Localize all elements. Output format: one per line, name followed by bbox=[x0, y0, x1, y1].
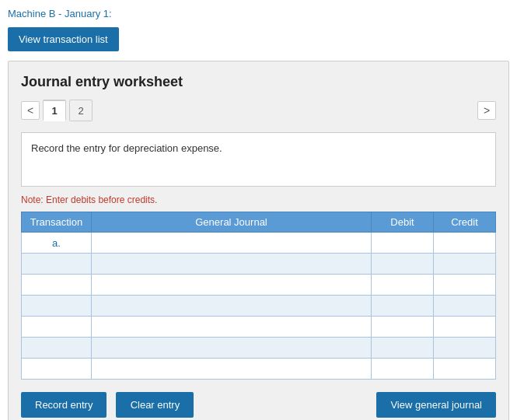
input-debit[interactable] bbox=[375, 234, 430, 251]
clear-entry-button[interactable]: Clear entry bbox=[116, 392, 194, 418]
cell-general-journal[interactable] bbox=[92, 254, 372, 275]
note-text: Note: Enter debits before credits. bbox=[21, 194, 496, 205]
input-general-journal[interactable] bbox=[95, 339, 368, 356]
input-general-journal[interactable] bbox=[95, 276, 368, 293]
cell-general-journal[interactable] bbox=[92, 275, 372, 296]
cell-transaction bbox=[22, 359, 92, 380]
th-debit: Debit bbox=[372, 212, 434, 233]
title-separator: - bbox=[55, 8, 65, 19]
input-general-journal[interactable] bbox=[95, 360, 368, 377]
title-date: January 1: bbox=[65, 8, 112, 19]
th-transaction: Transaction bbox=[22, 212, 92, 233]
cell-debit[interactable] bbox=[372, 359, 434, 380]
input-debit[interactable] bbox=[375, 255, 430, 272]
cell-credit[interactable] bbox=[434, 338, 496, 359]
cell-debit[interactable] bbox=[372, 275, 434, 296]
input-debit[interactable] bbox=[375, 318, 430, 335]
cell-general-journal[interactable] bbox=[92, 233, 372, 254]
tab-prev-button[interactable]: < bbox=[21, 101, 40, 120]
th-credit: Credit bbox=[434, 212, 496, 233]
worksheet-container: Journal entry worksheet < 1 2 > Record t… bbox=[8, 61, 509, 420]
tab-1-label: 1 bbox=[51, 105, 57, 117]
table-row bbox=[22, 317, 496, 338]
instruction-text: Record the entry for depreciation expens… bbox=[31, 142, 222, 154]
tab-2-button[interactable]: 2 bbox=[69, 100, 93, 121]
tab-2-label: 2 bbox=[78, 105, 83, 117]
cell-credit[interactable] bbox=[434, 233, 496, 254]
tabs-row: < 1 2 > bbox=[21, 100, 496, 121]
cell-general-journal[interactable] bbox=[92, 317, 372, 338]
input-general-journal[interactable] bbox=[95, 255, 368, 272]
page-title: Machine B - January 1: bbox=[8, 8, 509, 19]
record-entry-button[interactable]: Record entry bbox=[21, 392, 107, 418]
cell-transaction bbox=[22, 275, 92, 296]
table-row bbox=[22, 275, 496, 296]
cell-general-journal[interactable] bbox=[92, 296, 372, 317]
instruction-box: Record the entry for depreciation expens… bbox=[21, 132, 496, 187]
input-credit[interactable] bbox=[437, 339, 492, 356]
cell-transaction bbox=[22, 254, 92, 275]
cell-credit[interactable] bbox=[434, 359, 496, 380]
input-credit[interactable] bbox=[437, 360, 492, 377]
input-general-journal[interactable] bbox=[95, 297, 368, 314]
input-debit[interactable] bbox=[375, 360, 430, 377]
view-transactions-button[interactable]: View transaction list bbox=[8, 27, 119, 51]
cell-credit[interactable] bbox=[434, 254, 496, 275]
tab-next-button[interactable]: > bbox=[477, 101, 496, 120]
cell-transaction: a. bbox=[22, 233, 92, 254]
cell-credit[interactable] bbox=[434, 296, 496, 317]
input-credit[interactable] bbox=[437, 297, 492, 314]
input-credit[interactable] bbox=[437, 255, 492, 272]
cell-credit[interactable] bbox=[434, 317, 496, 338]
input-credit[interactable] bbox=[437, 234, 492, 251]
cell-debit[interactable] bbox=[372, 254, 434, 275]
table-row: a. bbox=[22, 233, 496, 254]
table-row bbox=[22, 338, 496, 359]
th-general-journal: General Journal bbox=[92, 212, 372, 233]
cell-transaction bbox=[22, 317, 92, 338]
cell-general-journal[interactable] bbox=[92, 359, 372, 380]
input-credit[interactable] bbox=[437, 276, 492, 293]
cell-credit[interactable] bbox=[434, 275, 496, 296]
cell-debit[interactable] bbox=[372, 233, 434, 254]
view-general-journal-button[interactable]: View general journal bbox=[376, 392, 496, 418]
cell-debit[interactable] bbox=[372, 296, 434, 317]
input-general-journal[interactable] bbox=[95, 318, 368, 335]
cell-debit[interactable] bbox=[372, 317, 434, 338]
cell-transaction bbox=[22, 296, 92, 317]
cell-debit[interactable] bbox=[372, 338, 434, 359]
cell-general-journal[interactable] bbox=[92, 338, 372, 359]
input-debit[interactable] bbox=[375, 339, 430, 356]
title-machine: Machine B bbox=[8, 8, 55, 19]
table-row bbox=[22, 359, 496, 380]
input-credit[interactable] bbox=[437, 318, 492, 335]
input-general-journal[interactable] bbox=[95, 234, 368, 251]
input-debit[interactable] bbox=[375, 297, 430, 314]
table-row bbox=[22, 254, 496, 275]
table-row bbox=[22, 296, 496, 317]
tab-1-button[interactable]: 1 bbox=[43, 100, 66, 121]
action-buttons-row: Record entry Clear entry View general jo… bbox=[21, 392, 496, 418]
cell-transaction bbox=[22, 338, 92, 359]
worksheet-title: Journal entry worksheet bbox=[21, 74, 496, 90]
journal-table: Transaction General Journal Debit Credit… bbox=[21, 212, 496, 380]
input-debit[interactable] bbox=[375, 276, 430, 293]
